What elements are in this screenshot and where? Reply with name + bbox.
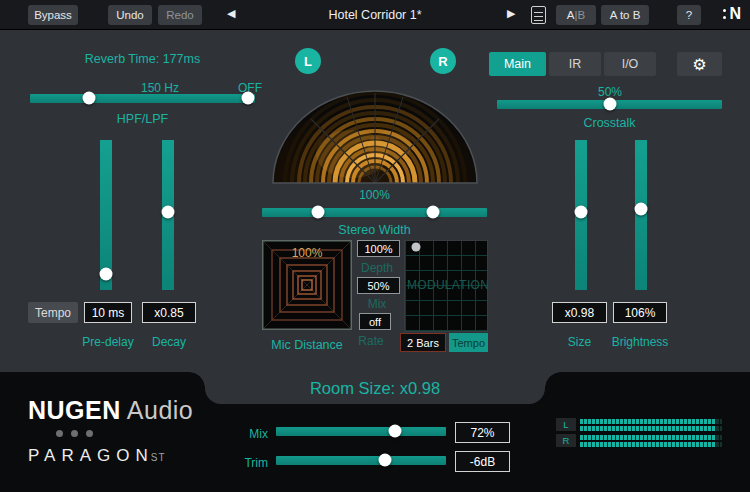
mod-tempo-sync-button[interactable]: Tempo xyxy=(449,333,488,352)
stereo-width-left-handle[interactable] xyxy=(312,206,325,219)
level-meter-right: R xyxy=(556,434,722,447)
predelay-label: Pre-delay xyxy=(74,335,142,349)
ab-inactive-label: |B xyxy=(575,9,586,21)
logo-dots-icon xyxy=(723,9,726,19)
meter-right-bar xyxy=(580,434,722,447)
bottom-bar: Room Size: x0.98 NUGENAudio PARAGONST Mi… xyxy=(0,372,750,492)
mic-distance-control[interactable]: 100% xyxy=(262,240,352,330)
size-label: Size xyxy=(552,335,607,349)
brand-audio: Audio xyxy=(127,396,193,424)
trim-slider[interactable] xyxy=(276,454,446,467)
brand-nugen: NUGEN xyxy=(28,396,121,424)
hpf-lpf-slider[interactable] xyxy=(30,92,255,105)
nugen-logo-icon: N xyxy=(723,5,741,23)
size-value-box[interactable]: x0.98 xyxy=(552,302,607,323)
help-button[interactable]: ? xyxy=(677,5,701,25)
mod-depth-label: Depth xyxy=(352,261,402,275)
tab-ir[interactable]: IR xyxy=(549,52,601,76)
mod-mix-label: Mix xyxy=(352,297,402,311)
stereo-width-track xyxy=(262,208,487,217)
solo-left-button[interactable]: L xyxy=(295,48,321,74)
stereo-width-label: Stereo Width xyxy=(262,223,487,237)
trim-handle[interactable] xyxy=(378,454,391,467)
trim-value-box[interactable]: -6dB xyxy=(455,451,510,472)
predelay-tempo-toggle[interactable]: Tempo xyxy=(28,302,78,323)
meter-right-label: R xyxy=(556,434,576,447)
trim-track xyxy=(276,456,446,465)
solo-right-button[interactable]: R xyxy=(430,48,456,74)
mix-label: Mix xyxy=(236,427,268,441)
paragon-plugin-window: Bypass Undo Redo ◀ Hotel Corridor 1* ▶ A… xyxy=(0,0,750,492)
reverb-time-readout: Reverb Time: 177ms xyxy=(30,52,255,66)
settings-gear-icon[interactable]: ⚙ xyxy=(677,52,722,76)
ab-compare-button[interactable]: A|B xyxy=(556,5,596,25)
mod-mix-value-box[interactable]: 50% xyxy=(357,277,400,294)
prev-preset-icon[interactable]: ◀ xyxy=(227,8,235,19)
mod-rate-value-box[interactable]: 2 Bars xyxy=(400,333,446,352)
preset-name[interactable]: Hotel Corridor 1* xyxy=(283,8,467,22)
brightness-handle[interactable] xyxy=(635,203,648,216)
lpf-handle[interactable] xyxy=(242,92,255,105)
stereo-width-slider[interactable] xyxy=(262,206,487,219)
decay-value-box[interactable]: x0.85 xyxy=(142,302,196,323)
filter-label: HPF/LPF xyxy=(30,112,255,126)
product-suffix: ST xyxy=(151,452,166,463)
mic-distance-label: Mic Distance xyxy=(250,338,364,352)
mod-rate-off-toggle[interactable]: off xyxy=(359,313,391,330)
undo-button[interactable]: Undo xyxy=(108,5,152,25)
mod-depth-value-box[interactable]: 100% xyxy=(357,240,400,257)
stereo-width-right-handle[interactable] xyxy=(427,206,440,219)
menu-lines-icon xyxy=(534,11,543,21)
size-handle[interactable] xyxy=(575,206,588,219)
main-panel: Reverb Time: 177ms 150 Hz OFF HPF/LPF Te… xyxy=(0,30,750,372)
tab-io[interactable]: I/O xyxy=(604,52,656,76)
impulse-response-display xyxy=(270,88,480,184)
size-slider[interactable] xyxy=(574,140,588,290)
modulation-point[interactable] xyxy=(411,243,420,252)
modulation-xy-pad[interactable]: MODULATION xyxy=(404,240,488,332)
mix-handle[interactable] xyxy=(389,425,402,438)
trim-label: Trim xyxy=(236,456,268,470)
predelay-handle[interactable] xyxy=(100,267,113,280)
modulation-title: MODULATION xyxy=(407,278,489,292)
hpf-lpf-track xyxy=(30,94,255,103)
predelay-slider[interactable] xyxy=(99,140,113,290)
paragon-wordmark: PARAGONST xyxy=(28,446,166,466)
mod-rate-label: Rate xyxy=(348,334,394,348)
decay-handle[interactable] xyxy=(162,206,175,219)
meter-left-fill2 xyxy=(580,426,716,431)
product-name: PARAGON xyxy=(28,446,154,465)
mix-track xyxy=(276,427,446,436)
a-to-b-button[interactable]: A to B xyxy=(601,5,649,25)
brightness-label: Brightness xyxy=(604,335,676,349)
decay-label: Decay xyxy=(140,335,198,349)
decay-slider[interactable] xyxy=(161,140,175,290)
ab-active-label: A xyxy=(567,9,575,21)
logo-letter: N xyxy=(729,5,741,23)
meter-left-fill xyxy=(580,419,716,424)
level-meter-left: L xyxy=(556,418,722,431)
mix-slider[interactable] xyxy=(276,425,446,438)
preset-menu-icon[interactable] xyxy=(531,6,546,24)
room-size-readout: Room Size: x0.98 xyxy=(205,372,545,404)
meter-right-fill2 xyxy=(580,442,716,447)
hpf-handle[interactable] xyxy=(82,92,95,105)
redo-button[interactable]: Redo xyxy=(158,5,202,25)
brightness-value-box[interactable]: 106% xyxy=(613,302,667,323)
crosstalk-handle[interactable] xyxy=(603,98,616,111)
next-preset-icon[interactable]: ▶ xyxy=(507,8,515,19)
top-toolbar: Bypass Undo Redo ◀ Hotel Corridor 1* ▶ A… xyxy=(0,0,750,30)
crosstalk-slider[interactable] xyxy=(497,98,722,111)
crosstalk-label: Crosstalk xyxy=(497,116,722,130)
mix-value-box[interactable]: 72% xyxy=(455,422,510,443)
impulse-response-svg xyxy=(270,88,480,184)
nugen-audio-wordmark: NUGENAudio xyxy=(28,396,193,425)
brightness-slider[interactable] xyxy=(634,140,648,290)
predelay-value-box[interactable]: 10 ms xyxy=(84,302,132,323)
bypass-button[interactable]: Bypass xyxy=(28,5,78,25)
mic-distance-svg: 100% xyxy=(262,240,352,330)
room-size-text: Room Size: x0.98 xyxy=(310,379,440,398)
meter-right-fill xyxy=(580,435,716,440)
tab-main[interactable]: Main xyxy=(489,52,546,76)
brand-dots-icon xyxy=(56,430,93,437)
